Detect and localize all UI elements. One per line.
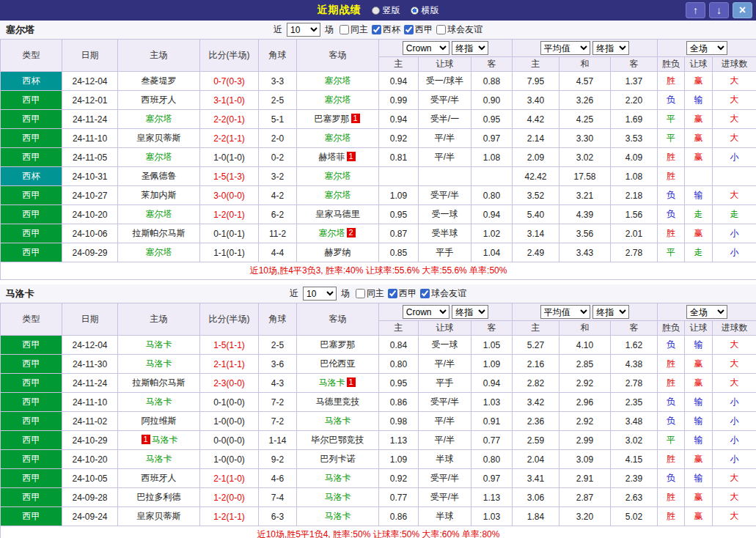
final-odds-select[interactable]: 终指	[452, 41, 488, 55]
red-card-badge: 1	[351, 114, 360, 123]
euro-away-odds-cell: 4.38	[611, 355, 658, 374]
games-label: 场	[325, 23, 334, 36]
record-summary: 近10场,胜4平3负3, 胜率:40% 让球率:55.6% 大率:55.6% 单…	[1, 262, 756, 280]
match-row: 西甲24-10-06拉斯帕尔马斯0-1(0-1)11-2塞尔塔20.87受半球1…	[1, 224, 756, 243]
date-cell: 24-11-24	[62, 110, 118, 129]
team-name-text: 叁菱堤罗	[142, 75, 177, 86]
col-euro-home: 主	[513, 321, 559, 336]
date-cell: 24-10-27	[62, 186, 118, 205]
euro-draw-odds-cell: 3.56	[559, 224, 611, 243]
match-row: 西甲24-09-29塞尔塔1-1(0-1)4-4赫罗纳0.85平手1.042.4…	[1, 243, 756, 262]
match-row: 西甲24-11-10皇家贝蒂斯2-2(1-1)2-0塞尔塔0.92平/半0.97…	[1, 129, 756, 148]
final-odds-select-2[interactable]: 终指	[592, 41, 629, 55]
bookmaker-select[interactable]: Crown	[403, 41, 449, 55]
match-row: 西甲24-10-291马洛卡0-0(0-0)1-14毕尔巴鄂竞技1.13平/半0…	[1, 431, 756, 450]
euro-away-odds-cell: 2.20	[611, 91, 658, 110]
filter-bar: 近 10 场 同主西甲球会友谊	[290, 287, 466, 301]
final-odds-select[interactable]: 终指	[452, 305, 488, 319]
team-name-text: 莱加内斯	[142, 190, 177, 200]
away-team-cell: 塞尔塔	[297, 186, 379, 205]
competition-filter[interactable]: 球会友谊	[436, 23, 482, 36]
score-cell: 0-0(0-0)	[200, 431, 259, 450]
handicap-home-odds-cell: 0.94	[379, 110, 419, 129]
col-home: 主场	[118, 40, 200, 72]
team-name-text: 毕尔巴鄂竞技	[312, 435, 364, 445]
team-name-text: 西班牙人	[142, 473, 177, 483]
handicap-home-odds-cell: 0.86	[379, 507, 419, 526]
competition-filter[interactable]: 西杯	[372, 23, 400, 36]
handicap-line-cell: 受平/半	[419, 393, 471, 412]
team-name-text: 阿拉维斯	[142, 416, 177, 426]
filter-checkbox[interactable]	[436, 25, 446, 34]
handicap-away-odds-cell: 0.80	[471, 450, 513, 469]
team-name-text: 圣佩德鲁	[142, 171, 177, 181]
handicap-result-cell: 输	[685, 412, 713, 431]
home-team-cell: 拉斯帕尔马斯	[118, 374, 200, 393]
match-result-cell: 负	[658, 205, 685, 224]
close-button[interactable]: ×	[733, 2, 752, 18]
score-cell: 2-1(1-1)	[200, 355, 259, 374]
handicap-home-odds-cell: 1.09	[379, 450, 419, 469]
date-cell: 24-09-29	[62, 243, 118, 262]
layout-radio-vertical[interactable]: 竖版	[372, 4, 400, 17]
score-cell: 1-2(1-1)	[200, 507, 259, 526]
final-odds-select-2[interactable]: 终指	[592, 305, 629, 319]
col-date: 日期	[62, 40, 118, 72]
competition-filter[interactable]: 西甲	[404, 23, 433, 36]
col-handicap: 让球	[419, 321, 471, 336]
handicap-odds-group: Crown 终指	[379, 40, 513, 57]
filter-checkbox[interactable]	[340, 25, 349, 34]
handicap-away-odds-cell: 0.91	[471, 412, 513, 431]
home-team-cell: 皇家贝蒂斯	[118, 129, 200, 148]
filter-checkbox[interactable]	[420, 289, 430, 298]
away-team-cell: 塞尔塔2	[297, 224, 379, 243]
competition-filter[interactable]: 球会友谊	[420, 287, 466, 300]
euro-draw-odds-cell: 3.09	[559, 450, 611, 469]
competition-cell: 西甲	[1, 205, 62, 224]
goals-result-cell: 走	[713, 205, 756, 224]
goals-result-cell: 大	[713, 374, 756, 393]
match-row: 西甲24-11-10马洛卡0-1(0-0)7-2马德里竞技0.86受平/半1.0…	[1, 393, 756, 412]
filter-checkbox[interactable]	[372, 25, 381, 34]
team-name-text: 巴塞罗那	[320, 339, 356, 350]
match-result-cell: 平	[658, 431, 685, 450]
filter-checkbox[interactable]	[356, 289, 365, 298]
date-cell: 24-11-30	[62, 355, 118, 374]
team-name-text: 皇家贝蒂斯	[137, 133, 181, 143]
col-odds-away: 客	[471, 57, 513, 72]
filter-checkbox[interactable]	[388, 289, 397, 298]
team-name-text: 皇家马德里	[316, 209, 360, 219]
handicap-home-odds-cell: 0.87	[379, 224, 419, 243]
competition-filter[interactable]: 西甲	[388, 287, 416, 300]
layout-radio-horizontal[interactable]: 横版	[411, 4, 439, 17]
handicap-away-odds-cell: 0.97	[471, 129, 513, 148]
match-count-select[interactable]: 10	[287, 23, 320, 37]
euro-draw-odds-cell: 4.57	[559, 72, 611, 91]
full-match-select[interactable]: 全场	[686, 41, 727, 55]
euro-away-odds-cell: 3.02	[611, 431, 658, 450]
handicap-home-odds-cell: 0.95	[379, 205, 419, 224]
average-odds-select[interactable]: 平均值	[540, 305, 590, 319]
match-count-select[interactable]: 10	[303, 287, 337, 301]
competition-filter[interactable]: 同主	[340, 23, 368, 36]
bookmaker-select[interactable]: Crown	[403, 305, 449, 319]
goals-result-cell: 大	[713, 488, 756, 507]
away-team-cell: 毕尔巴鄂竞技	[297, 431, 379, 450]
scroll-down-button[interactable]: ↓	[709, 2, 729, 18]
match-row: 西甲24-12-01西班牙人3-1(1-0)2-5塞尔塔0.99受平/半0.90…	[1, 91, 756, 110]
home-team-cell: 塞尔塔	[118, 148, 200, 167]
radio-label: 竖版	[383, 4, 400, 17]
scroll-up-button[interactable]: ↑	[686, 2, 705, 18]
full-match-select[interactable]: 全场	[686, 305, 727, 319]
handicap-away-odds-cell: 0.97	[471, 469, 513, 488]
average-odds-select[interactable]: 平均值	[540, 41, 590, 55]
handicap-away-odds-cell: 0.80	[471, 186, 513, 205]
corner-cell: 6-2	[259, 205, 297, 224]
euro-away-odds-cell: 1.37	[611, 72, 658, 91]
goals-result-cell: 小	[713, 148, 756, 167]
score-cell: 3-0(0-0)	[200, 186, 259, 205]
team-name-text: 塞尔塔	[146, 209, 172, 219]
filter-checkbox[interactable]	[404, 25, 414, 34]
col-corner: 角球	[259, 40, 297, 72]
competition-filter[interactable]: 同主	[356, 287, 384, 300]
